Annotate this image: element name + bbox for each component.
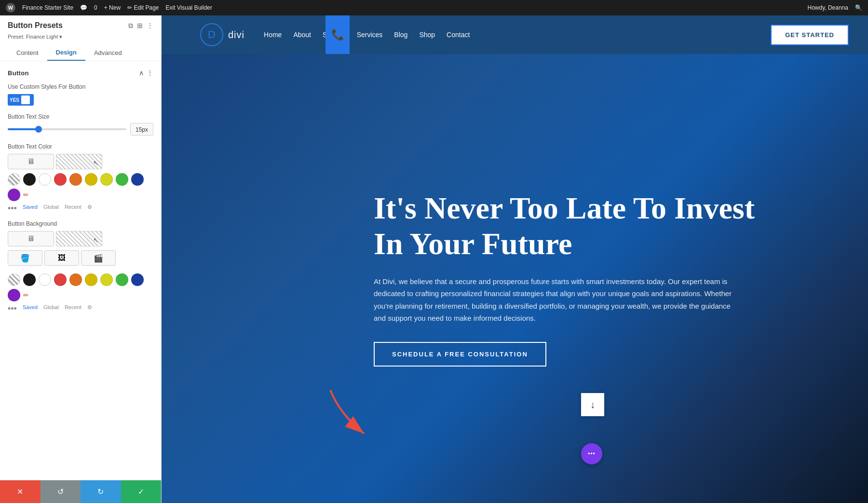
toggle-thumb bbox=[21, 95, 30, 104]
howdy-label: Howdy, Deanna bbox=[808, 4, 849, 11]
bg-swatch-lime[interactable] bbox=[100, 273, 113, 286]
swatch-yellow[interactable] bbox=[85, 173, 97, 186]
bg-pencil-icon[interactable]: ✏ bbox=[23, 291, 29, 299]
panel-body: Button ∧ ⋮ Use Custom Styles For Button … bbox=[0, 61, 161, 480]
swatch-purple[interactable] bbox=[8, 189, 20, 201]
site-preview: 📞 D divi Home About Service Services Blo… bbox=[162, 15, 868, 503]
slider-label: Button Text Size bbox=[8, 113, 153, 120]
hero-title: It's Never Too Late To Invest In Your Fu… bbox=[374, 190, 769, 261]
arrow-down-icon: ↓ bbox=[590, 399, 595, 410]
edit-page-button[interactable]: ✏ Edit Page bbox=[127, 4, 159, 11]
wp-logo-icon[interactable]: W bbox=[6, 3, 15, 13]
bg-box-transparent[interactable]: ↖ bbox=[56, 231, 102, 246]
bg-swatch-black[interactable] bbox=[23, 273, 36, 286]
video-icon: 🎬 bbox=[94, 254, 103, 263]
nav-accent-bar: 📞 bbox=[326, 15, 350, 54]
tab-advanced[interactable]: Advanced bbox=[85, 45, 131, 61]
swatch-green[interactable] bbox=[116, 173, 128, 186]
slider-track[interactable] bbox=[8, 128, 126, 130]
panel-title-icons: ⧉ ⊞ ⋮ bbox=[128, 22, 153, 30]
new-button[interactable]: + New bbox=[104, 4, 121, 11]
logo-letter: D bbox=[208, 28, 216, 41]
module-options-button[interactable]: ••• bbox=[581, 443, 602, 464]
swatch-transparent[interactable] bbox=[8, 173, 20, 186]
bg-options-row: 🖥 ↖ bbox=[8, 231, 153, 246]
color-pencil-icon[interactable]: ✏ bbox=[23, 191, 29, 199]
swatch-lime[interactable] bbox=[100, 173, 113, 186]
color-box-transparent[interactable]: ↖ bbox=[56, 154, 102, 169]
slider-value[interactable]: 15px bbox=[130, 123, 153, 136]
panel-tabs: Content Design Advanced bbox=[8, 45, 153, 61]
logo-brand: divi bbox=[228, 29, 244, 41]
nav-shop[interactable]: Shop bbox=[419, 31, 435, 39]
panel-title: Button Presets bbox=[8, 21, 63, 30]
cancel-button[interactable]: ✕ bbox=[0, 480, 41, 503]
bg-swatch-orange[interactable] bbox=[69, 273, 82, 286]
nav-home[interactable]: Home bbox=[264, 31, 282, 39]
logo-circle: D bbox=[200, 23, 223, 46]
comment-icon: 💬 bbox=[80, 4, 87, 11]
panel-clone-icon[interactable]: ⧉ bbox=[128, 22, 133, 30]
bg-tab-recent[interactable]: Recent bbox=[65, 304, 81, 313]
color-tab-saved[interactable]: Saved bbox=[23, 204, 38, 213]
search-icon[interactable]: 🔍 bbox=[855, 4, 862, 11]
custom-styles-toggle[interactable]: YES bbox=[8, 94, 34, 106]
bg-type-video[interactable]: 🎬 bbox=[81, 250, 116, 266]
site-name[interactable]: Finance Starter Site bbox=[22, 4, 73, 11]
bg-box-color[interactable]: 🖥 bbox=[8, 231, 54, 246]
nav-about[interactable]: About bbox=[293, 31, 311, 39]
bg-swatch-red[interactable] bbox=[54, 273, 67, 286]
bg-swatch-yellow[interactable] bbox=[85, 273, 97, 286]
hero-description: At Divi, we believe that a secure and pr… bbox=[374, 275, 740, 325]
section-collapse-icon[interactable]: ∧ bbox=[139, 69, 144, 77]
bg-tab-saved[interactable]: Saved bbox=[23, 304, 38, 313]
color-tab-recent[interactable]: Recent bbox=[65, 204, 81, 213]
tab-design[interactable]: Design bbox=[47, 45, 85, 61]
swatch-red[interactable] bbox=[54, 173, 67, 186]
bg-swatch-navy[interactable] bbox=[131, 273, 144, 286]
swatch-navy[interactable] bbox=[131, 173, 144, 186]
tab-content[interactable]: Content bbox=[8, 45, 47, 61]
swatch-orange[interactable] bbox=[69, 173, 82, 186]
comment-count: 0 bbox=[94, 4, 97, 11]
bg-type-image[interactable]: 🖼 bbox=[44, 250, 79, 266]
color-tab-global[interactable]: Global bbox=[43, 204, 59, 213]
bg-swatch-white[interactable] bbox=[39, 273, 51, 286]
hero-cta-button[interactable]: SCHEDULE A FREE CONSULTATION bbox=[374, 342, 546, 367]
save-button[interactable]: ✓ bbox=[121, 480, 162, 503]
slider-thumb[interactable] bbox=[35, 126, 42, 133]
slider-control: 15px bbox=[8, 123, 153, 136]
swatch-black[interactable] bbox=[23, 173, 36, 186]
color-field-label: Button Text Color bbox=[8, 143, 153, 150]
bg-swatch-transparent[interactable] bbox=[8, 273, 20, 286]
bg-swatch-purple[interactable] bbox=[8, 289, 20, 301]
exit-visual-builder-button[interactable]: Exit Visual Builder bbox=[165, 4, 212, 11]
color-tab-gear[interactable]: ⚙ bbox=[87, 204, 92, 213]
hero-content: It's Never Too Late To Invest In Your Fu… bbox=[374, 190, 769, 366]
bg-swatch-green[interactable] bbox=[116, 273, 128, 286]
redo-button[interactable]: ↻ bbox=[81, 480, 121, 503]
bg-cursor-icon: ↖ bbox=[93, 236, 99, 244]
undo-button[interactable]: ↺ bbox=[41, 480, 81, 503]
bg-type-paint[interactable]: 🪣 bbox=[8, 250, 42, 266]
swatch-white[interactable] bbox=[39, 173, 51, 186]
bg-tab-dots[interactable]: ••• bbox=[8, 304, 17, 313]
slider-row: Button Text Size 15px bbox=[8, 113, 153, 136]
section-more-icon[interactable]: ⋮ bbox=[147, 69, 153, 77]
scroll-down-button[interactable]: ↓ bbox=[581, 393, 604, 416]
panel-more-icon[interactable]: ⋮ bbox=[147, 22, 153, 29]
bg-swatches: ✏ bbox=[8, 273, 153, 301]
panel-header: Button Presets ⧉ ⊞ ⋮ Preset: Finance Lig… bbox=[0, 15, 161, 61]
nav-blog[interactable]: Blog bbox=[394, 31, 407, 39]
bg-tab-global[interactable]: Global bbox=[43, 304, 59, 313]
panel-preset[interactable]: Preset: Finance Light ▾ bbox=[8, 34, 153, 40]
nav-contact[interactable]: Contact bbox=[447, 31, 470, 39]
section-title: Button bbox=[8, 69, 29, 77]
color-box-solid[interactable]: 🖥 bbox=[8, 154, 54, 169]
nav-cta-button[interactable]: GET STARTED bbox=[771, 25, 849, 45]
panel-grid-icon[interactable]: ⊞ bbox=[137, 22, 143, 29]
bg-tab-gear[interactable]: ⚙ bbox=[87, 304, 92, 313]
toggle-row: YES bbox=[8, 94, 153, 106]
nav-services[interactable]: Services bbox=[357, 31, 383, 39]
color-tab-dots[interactable]: ••• bbox=[8, 204, 17, 213]
